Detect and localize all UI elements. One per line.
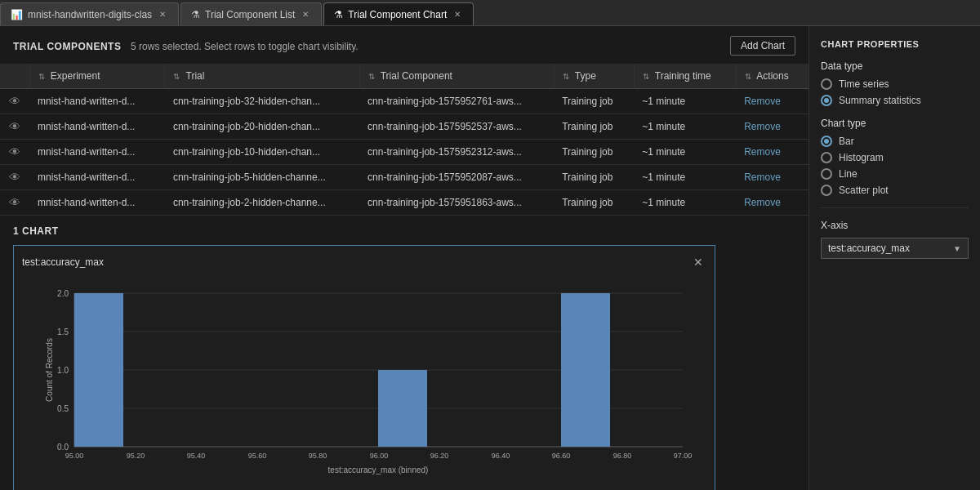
cell-eye-4[interactable]: 👁 xyxy=(0,190,29,216)
chart-type-label: Chart type xyxy=(821,118,969,129)
tab-trial-chart[interactable]: ⚗ Trial Component Chart ✕ xyxy=(323,2,474,25)
cell-trial-4: cnn-training-job-2-hidden-channe... xyxy=(165,190,359,216)
cell-time-3: ~1 minute xyxy=(634,165,736,190)
tab-trial-list[interactable]: ⚗ Trial Component List ✕ xyxy=(180,2,322,25)
col-trial[interactable]: ⇅ Trial xyxy=(165,64,359,89)
svg-text:96.60: 96.60 xyxy=(552,452,571,460)
table-row: 👁 mnist-hand-written-d... cnn-training-j… xyxy=(0,89,808,114)
eye-icon-2: 👁 xyxy=(9,145,20,158)
svg-text:95.60: 95.60 xyxy=(248,452,267,460)
content-area: TRIAL COMPONENTS 5 rows selected. Select… xyxy=(0,26,808,490)
svg-text:96.00: 96.00 xyxy=(370,452,389,460)
eye-icon-3: 👁 xyxy=(9,171,20,184)
cell-component-2: cnn-training-job-1575952312-aws... xyxy=(359,140,554,165)
svg-text:2.0: 2.0 xyxy=(57,289,69,298)
remove-link-2[interactable]: Remove xyxy=(744,146,781,158)
svg-text:0.5: 0.5 xyxy=(57,404,69,413)
eye-icon-4: 👁 xyxy=(9,196,20,209)
svg-text:95.40: 95.40 xyxy=(187,452,206,460)
col-actions[interactable]: ⇅ Actions xyxy=(736,64,808,89)
chart-section: 1 CHART test:accuracy_max ✕ xyxy=(0,216,808,490)
cell-action-3[interactable]: Remove xyxy=(736,165,808,190)
radio-circle-bar xyxy=(821,136,832,147)
remove-link-3[interactable]: Remove xyxy=(744,172,781,183)
radio-label-scatter: Scatter plot xyxy=(839,185,889,196)
cell-type-0: Training job xyxy=(554,89,634,114)
radio-time-series[interactable]: Time series xyxy=(821,78,969,90)
col-type[interactable]: ⇅ Type xyxy=(554,64,634,89)
radio-label-bar: Bar xyxy=(839,136,854,147)
table-row: 👁 mnist-hand-written-d... cnn-training-j… xyxy=(0,140,808,165)
cell-action-0[interactable]: Remove xyxy=(736,89,808,114)
bar-2 xyxy=(378,370,427,447)
remove-link-4[interactable]: Remove xyxy=(744,197,781,208)
eye-icon-1: 👁 xyxy=(9,120,20,133)
xaxis-value: test:accuracy_max xyxy=(828,243,910,254)
bar-chart-svg: 2.0 1.5 1.0 0.5 0.0 Count of Records xyxy=(22,277,706,481)
sort-arrows-type: ⇅ xyxy=(563,72,569,81)
cell-type-4: Training job xyxy=(554,190,634,216)
remove-link-1[interactable]: Remove xyxy=(744,121,781,132)
panel-title: CHART PROPERTIES xyxy=(821,39,969,49)
remove-link-0[interactable]: Remove xyxy=(744,96,781,107)
cell-action-4[interactable]: Remove xyxy=(736,190,808,216)
tab-label-trial-list: Trial Component List xyxy=(205,9,295,20)
cell-component-0: cnn-training-job-1575952761-aws... xyxy=(359,89,554,114)
tab-icon-trial-chart: ⚗ xyxy=(334,9,343,20)
xaxis-dropdown[interactable]: test:accuracy_max ▼ xyxy=(821,238,969,259)
svg-text:test:accuracy_max (binned): test:accuracy_max (binned) xyxy=(328,466,429,474)
trial-components-table: ⇅ Experiment ⇅ Trial ⇅ Trial Component xyxy=(0,64,808,216)
svg-text:Count of Records: Count of Records xyxy=(45,338,54,402)
chart-close-button[interactable]: ✕ xyxy=(690,254,706,270)
tab-close-trial-chart[interactable]: ✕ xyxy=(452,9,463,20)
radio-summary-stats[interactable]: Summary statistics xyxy=(821,95,969,106)
cell-experiment-4: mnist-hand-written-d... xyxy=(29,190,165,216)
radio-histogram[interactable]: Histogram xyxy=(821,152,969,163)
cell-trial-0: cnn-training-job-32-hidden-chan... xyxy=(165,89,359,114)
cell-component-1: cnn-training-job-1575952537-aws... xyxy=(359,114,554,140)
table-row: 👁 mnist-hand-written-d... cnn-training-j… xyxy=(0,165,808,190)
radio-label-summary-stats: Summary statistics xyxy=(839,95,921,106)
tab-close-trial-list[interactable]: ✕ xyxy=(300,9,311,20)
sort-arrows-trial: ⇅ xyxy=(173,72,180,81)
radio-label-line: Line xyxy=(839,168,858,180)
cell-component-4: cnn-training-job-1575951863-aws... xyxy=(359,190,554,216)
section-title: TRIAL COMPONENTS xyxy=(13,41,121,52)
svg-text:1.0: 1.0 xyxy=(57,366,69,375)
cell-action-1[interactable]: Remove xyxy=(736,114,808,140)
sort-arrows-component: ⇅ xyxy=(368,72,375,81)
tab-close-mnist[interactable]: ✕ xyxy=(157,9,168,20)
svg-text:95.00: 95.00 xyxy=(65,452,84,460)
section-header: TRIAL COMPONENTS 5 rows selected. Select… xyxy=(0,26,808,64)
add-chart-button[interactable]: Add Chart xyxy=(730,36,795,56)
col-training-time[interactable]: ⇅ Training time xyxy=(634,64,736,89)
col-component[interactable]: ⇅ Trial Component xyxy=(359,64,554,89)
cell-time-2: ~1 minute xyxy=(634,140,736,165)
cell-action-2[interactable]: Remove xyxy=(736,140,808,165)
cell-experiment-3: mnist-hand-written-d... xyxy=(29,165,165,190)
radio-line[interactable]: Line xyxy=(821,168,969,180)
cell-type-1: Training job xyxy=(554,114,634,140)
col-experiment[interactable]: ⇅ Experiment xyxy=(29,64,165,89)
data-type-radio-group: Time series Summary statistics xyxy=(821,78,969,106)
radio-bar[interactable]: Bar xyxy=(821,136,969,147)
cell-type-3: Training job xyxy=(554,165,634,190)
cell-time-1: ~1 minute xyxy=(634,114,736,140)
radio-scatter[interactable]: Scatter plot xyxy=(821,185,969,196)
cell-eye-0[interactable]: 👁 xyxy=(0,89,29,114)
cell-eye-3[interactable]: 👁 xyxy=(0,165,29,190)
chart-title: test:accuracy_max xyxy=(22,256,104,268)
radio-circle-histogram xyxy=(821,152,832,163)
sort-arrows-time: ⇅ xyxy=(643,72,649,81)
tab-bar: 📊 mnist-handwritten-digits-clas ✕ ⚗ Tria… xyxy=(0,0,980,26)
table-row: 👁 mnist-hand-written-d... cnn-training-j… xyxy=(0,114,808,140)
svg-text:95.20: 95.20 xyxy=(127,452,145,460)
cell-eye-1[interactable]: 👁 xyxy=(0,114,29,140)
data-type-label: Data type xyxy=(821,60,969,72)
tab-icon-mnist: 📊 xyxy=(11,9,23,20)
cell-eye-2[interactable]: 👁 xyxy=(0,140,29,165)
radio-label-time-series: Time series xyxy=(839,78,889,90)
tab-mnist[interactable]: 📊 mnist-handwritten-digits-clas ✕ xyxy=(0,2,179,25)
cell-component-3: cnn-training-job-1575952087-aws... xyxy=(359,165,554,190)
svg-text:97.00: 97.00 xyxy=(674,452,693,460)
